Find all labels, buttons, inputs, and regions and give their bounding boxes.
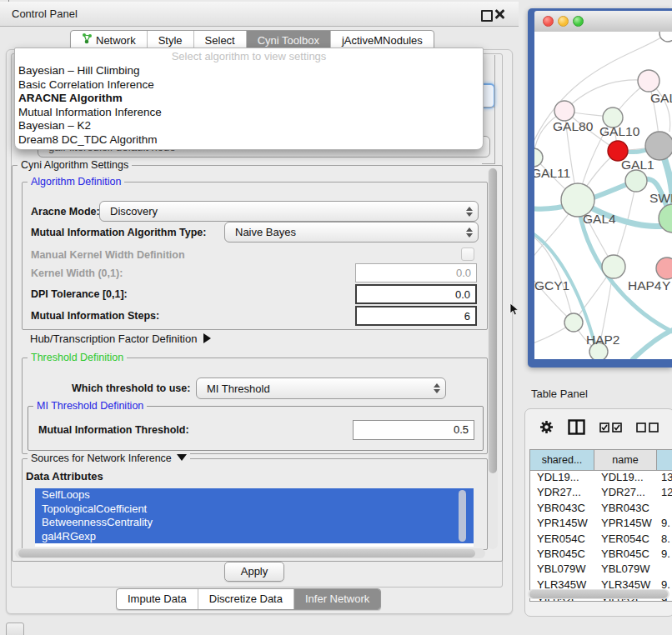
network-node[interactable] [554, 101, 574, 121]
close-panel-icon[interactable] [494, 9, 504, 19]
which-threshold-combo[interactable]: MI Threshold [196, 378, 446, 399]
mi-threshold-field[interactable]: 0.5 [353, 420, 474, 440]
table-row[interactable]: YBL079WYBL079W [530, 562, 672, 578]
column-header[interactable]: shared... [530, 450, 594, 470]
combo-spinner-icon [461, 207, 478, 217]
algorithm-option[interactable]: ARACNE Algorithm [15, 92, 483, 106]
node-label: GCY1 [534, 278, 569, 292]
collapsed-panel-icon[interactable] [6, 622, 24, 635]
attribute-item[interactable]: SelfLoops [35, 488, 474, 502]
scrollbar-thumb[interactable] [18, 549, 475, 558]
network-node[interactable] [625, 170, 647, 192]
attribute-item[interactable]: TopologicalCoefficient [35, 502, 474, 517]
attribute-item[interactable]: gal4RGexp [35, 530, 474, 544]
deselect-checkboxes-icon[interactable] [636, 421, 659, 436]
dpi-tolerance-label: DPI Tolerance [0,1]: [31, 288, 128, 300]
table-row[interactable]: YER054CYER054C8. [530, 532, 672, 548]
control-panel-header: Control Panel [0, 2, 519, 27]
gear-icon[interactable] [539, 420, 554, 438]
algorithm-option[interactable]: Dream8 DC_TDC Algorithm [15, 133, 483, 148]
table-header-row: shared...name [530, 450, 672, 471]
minimize-window-icon[interactable] [558, 16, 569, 27]
table-row[interactable]: YBR043CYBR043C [530, 502, 672, 517]
threshold-definition-title: Threshold Definition [28, 352, 127, 363]
network-node[interactable] [534, 148, 543, 167]
table-cell: YDR27... [594, 486, 657, 501]
apply-button[interactable]: Apply [224, 562, 284, 582]
manual-kernel-label: Manual Kernel Width Definition [31, 249, 185, 261]
which-threshold-label: Which threshold to use: [72, 382, 190, 394]
attribute-item[interactable]: BetweennessCentrality [35, 516, 474, 530]
network-node[interactable] [645, 132, 672, 160]
table-cell: 9. [657, 517, 672, 532]
network-node[interactable] [564, 313, 583, 332]
table-row[interactable]: YPR145WYPR145W9. [530, 517, 672, 532]
table-cell: YER054C [594, 532, 657, 548]
network-node[interactable] [638, 70, 659, 92]
tab-discretize-data[interactable]: Discretize Data [198, 589, 293, 609]
network-node[interactable] [659, 32, 672, 42]
settings-horizontal-scrollbar[interactable] [15, 548, 485, 558]
mi-steps-field[interactable]: 6 [355, 306, 477, 326]
algorithm-option[interactable]: Bayesian – K2 [15, 119, 483, 133]
node-label: GAL4 [583, 212, 616, 226]
network-canvas[interactable]: GALGAL80GAL10GAL1GAL11SWI4GAL4GCY1HAP4YH… [534, 32, 672, 359]
table-cell: YER054C [530, 532, 594, 548]
network-node[interactable] [656, 258, 672, 279]
which-threshold-value: MI Threshold [197, 382, 429, 395]
collapse-arrow-icon [177, 454, 187, 461]
table-cell: 8. [657, 532, 672, 548]
algorithm-definition-title: Algorithm Definition [28, 176, 124, 188]
node-label: HAP4 [628, 278, 662, 292]
algorithm-option[interactable]: Basic Correlation Inference [15, 78, 483, 92]
column-header[interactable] [657, 450, 672, 470]
node-label: GAL1 [621, 158, 654, 172]
table-cell: 12 [657, 486, 672, 501]
zoom-window-icon[interactable] [573, 16, 584, 27]
table-horizontal-scrollbar[interactable] [528, 589, 669, 599]
node-label: GAL [650, 91, 672, 105]
hub-definition-label: Hub/Transcription Factor Definition [30, 332, 197, 345]
column-header[interactable]: name [594, 450, 657, 470]
table-cell: YDR27... [530, 486, 594, 501]
scrollbar-thumb[interactable] [489, 168, 497, 473]
network-view-window[interactable]: GALGAL80GAL10GAL1GAL11SWI4GAL4GCY1HAP4YH… [528, 8, 672, 368]
column-layout-icon[interactable] [568, 419, 585, 438]
tab-infer-network[interactable]: Infer Network [293, 589, 380, 609]
mi-threshold-group-title: MI Threshold Definition [33, 400, 147, 412]
table-row[interactable]: YBR045CYBR045C9. [530, 548, 672, 562]
aracne-mode-combo[interactable]: Discovery [99, 201, 479, 222]
table-row[interactable]: YDR27...YDR27...12 [530, 486, 672, 501]
table-cell: 9. [657, 548, 672, 562]
cyni-mode-tabs: Impute DataDiscretize DataInfer Network [116, 588, 381, 610]
scrollbar-thumb[interactable] [529, 590, 668, 598]
network-node[interactable] [602, 255, 625, 278]
algorithm-dropdown-placeholder: Select algorithm to view settings [15, 48, 483, 64]
select-all-checkboxes-icon[interactable] [599, 421, 622, 436]
manual-kernel-checkbox[interactable] [461, 248, 474, 261]
algorithm-option[interactable]: Bayesian – Hill Climbing [15, 64, 483, 78]
kernel-width-label: Kernel Width (0,1): [31, 268, 123, 279]
algorithm-dropdown-list: Select algorithm to view settings Bayesi… [14, 48, 484, 150]
mi-threshold-group: MI Threshold Definition Mutual Informati… [28, 406, 484, 451]
mi-type-combo[interactable]: Naive Bayes [224, 222, 479, 242]
network-node-labels: GALGAL80GAL10GAL1GAL11SWI4GAL4GCY1HAP4YH… [534, 91, 672, 347]
table-cell: YDL19... [594, 471, 657, 486]
close-window-icon[interactable] [543, 16, 554, 27]
cyni-settings-title: Cyni Algorithm Settings [18, 159, 132, 171]
settings-vertical-scrollbar[interactable] [488, 168, 498, 549]
node-label: Y [662, 278, 670, 292]
list-scrollbar[interactable] [459, 490, 466, 542]
tab-impute-data[interactable]: Impute Data [117, 589, 198, 609]
expander-arrow-icon [203, 333, 211, 343]
data-attributes-list[interactable]: SelfLoopsTopologicalCoefficientBetweenne… [35, 488, 474, 547]
network-window-titlebar[interactable] [534, 11, 672, 32]
table-row[interactable]: YDL19...YDL19...13 [530, 471, 672, 486]
combo-spinner-icon [429, 383, 445, 393]
sources-title[interactable]: Sources for Network Inference [28, 452, 190, 464]
hub-definition-expander[interactable]: Hub/Transcription Factor Definition [30, 332, 211, 345]
float-panel-icon[interactable] [481, 10, 493, 22]
kernel-width-field: 0.0 [355, 263, 477, 282]
algorithm-option[interactable]: Mutual Information Inference [15, 106, 483, 120]
dpi-tolerance-field[interactable]: 0.0 [355, 284, 477, 304]
